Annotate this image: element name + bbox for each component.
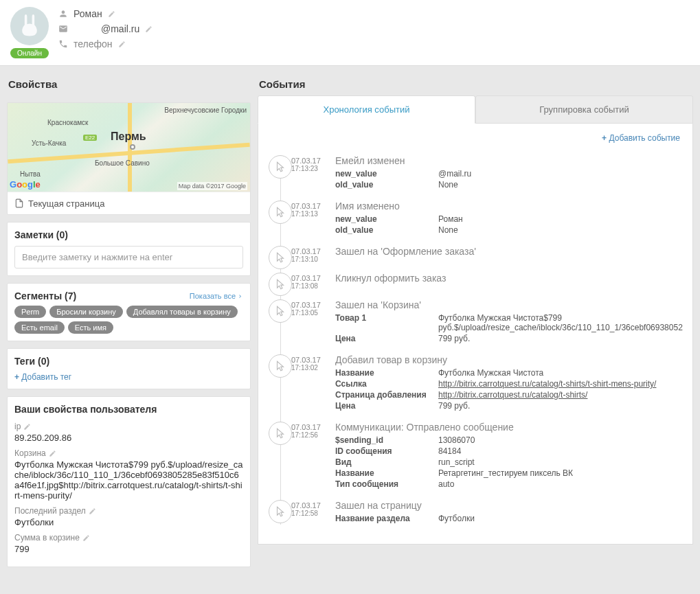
- event-field: Видrun_script: [335, 457, 683, 467]
- user-prop-row: Корзина Футболка Мужская Чистота$799 руб…: [14, 448, 243, 501]
- event-time: 07.03.1717:13:05: [291, 299, 328, 345]
- segment-chip[interactable]: Бросили корзину: [49, 306, 123, 318]
- user-prop-row: Последний раздел Футболки: [14, 506, 243, 527]
- event-icon: [269, 354, 292, 378]
- notes-panel: Заметки (0): [7, 222, 251, 276]
- event-field: Название разделаФутболки: [335, 514, 683, 523]
- event-title: Кликнул оформить заказ: [335, 273, 683, 284]
- event-icon: [269, 246, 292, 269]
- event-field: Тип сообщенияauto: [335, 479, 683, 489]
- event-title: Имя изменено: [335, 201, 683, 212]
- edit-icon[interactable]: [49, 450, 56, 457]
- left-column: Свойства Пермь Краснокамск Усть-Качка Бо…: [7, 73, 251, 567]
- note-input[interactable]: [14, 246, 243, 269]
- event-icon: [269, 500, 292, 523]
- edit-icon[interactable]: [145, 25, 153, 33]
- event-title: Емейл изменен: [335, 155, 683, 166]
- edit-icon[interactable]: [108, 10, 115, 18]
- segment-chip[interactable]: Добавлял товары в корзину: [126, 306, 238, 318]
- events-body: + Добавить событие 07.03.1717:13:23Емейл…: [258, 124, 693, 545]
- mail-icon: [58, 24, 68, 34]
- file-icon: [14, 198, 24, 209]
- event-title: Зашел на страницу: [335, 500, 683, 511]
- chevron-right-icon: [237, 293, 243, 299]
- cursor-icon: [274, 305, 286, 317]
- event-field: new_valueРоман: [335, 214, 683, 224]
- add-tag-button[interactable]: + Добавить тег: [14, 372, 243, 382]
- user-prop-row: Сумма в корзине 799: [14, 533, 243, 554]
- event-field: Товар 1Футболка Мужская Чистота$799 руб.…: [335, 313, 683, 332]
- event-item: 07.03.1717:13:08Кликнул оформить заказ: [291, 273, 683, 290]
- edit-icon[interactable]: [82, 534, 90, 542]
- segment-chips: PermБросили корзинуДобавлял товары в кор…: [14, 306, 243, 334]
- event-field: Цена799 руб.: [335, 401, 683, 411]
- add-event-button[interactable]: + Добавить событие: [264, 133, 683, 143]
- event-field: old_valueNone: [335, 180, 683, 190]
- user-icon: [58, 9, 68, 19]
- segment-chip[interactable]: Есть email: [14, 321, 65, 334]
- edit-icon[interactable]: [23, 423, 31, 431]
- user-props-panel: Ваши свойства пользователя ip 89.250.209…: [7, 396, 251, 567]
- event-icon: [269, 422, 292, 445]
- edit-icon[interactable]: [89, 507, 96, 515]
- event-title: Зашел на 'Оформление заказа': [335, 246, 683, 257]
- event-item: 07.03.1717:13:23Емейл измененnew_value@m…: [291, 155, 683, 191]
- event-time: 07.03.1717:13:13: [291, 201, 328, 236]
- cursor-icon: [274, 278, 286, 290]
- event-time: 07.03.1717:12:58: [291, 500, 328, 525]
- event-icon: [269, 299, 292, 323]
- cursor-icon: [274, 251, 286, 264]
- event-item: 07.03.1717:12:58Зашел на страницуНазвани…: [291, 500, 683, 525]
- event-time: 07.03.1717:13:23: [291, 155, 328, 191]
- cursor-icon: [274, 161, 286, 173]
- map-panel: Пермь Краснокамск Усть-Качка Большое Сав…: [7, 102, 251, 215]
- cursor-icon: [274, 427, 286, 439]
- user-prop-row: ip 89.250.209.86: [14, 422, 243, 443]
- event-field: НазваниеФутболка Мужская Чистота: [335, 368, 683, 378]
- prop-value: 799: [14, 544, 243, 554]
- events-title: События: [258, 73, 693, 95]
- prop-label: Сумма в корзине: [14, 533, 243, 542]
- event-time: 07.03.1717:13:08: [291, 273, 328, 290]
- status-badge: Онлайн: [10, 48, 49, 58]
- segments-panel: Сегменты (7) Показать все PermБросили ко…: [7, 283, 251, 341]
- prop-label: Последний раздел: [14, 506, 243, 516]
- edit-icon[interactable]: [118, 41, 126, 48]
- event-field: new_value@mail.ru: [335, 169, 683, 179]
- event-time: 07.03.1717:12:56: [291, 422, 328, 490]
- avatar[interactable]: [10, 7, 49, 45]
- event-time: 07.03.1717:13:10: [291, 246, 328, 263]
- event-title: Зашел на 'Корзина': [335, 299, 683, 310]
- event-item: 07.03.1717:12:56Коммуникации: Отправлено…: [291, 422, 683, 490]
- cursor-icon: [274, 360, 286, 372]
- event-item: 07.03.1717:13:10Зашел на 'Оформление зак…: [291, 246, 683, 263]
- prop-value: 89.250.209.86: [14, 433, 243, 443]
- user-header: Онлайн Роман @mail.ru телефон: [0, 0, 700, 66]
- event-icon: [269, 201, 292, 224]
- cursor-icon: [274, 505, 286, 518]
- google-logo: Google: [10, 179, 41, 190]
- segment-chip[interactable]: Perm: [14, 306, 46, 318]
- contact-name: Роман: [58, 8, 153, 19]
- prop-value: Футболки: [14, 517, 243, 527]
- avatar-block: Онлайн: [10, 7, 49, 58]
- contact-phone: телефон: [58, 38, 153, 49]
- prop-value: Футболка Мужская Чистота$799 руб.$/uploa…: [14, 459, 243, 501]
- tab-chronology[interactable]: Хронология событий: [258, 95, 475, 124]
- show-all-link[interactable]: Показать все: [190, 292, 243, 300]
- event-field: $sending_id13086070: [335, 435, 683, 445]
- map[interactable]: Пермь Краснокамск Усть-Качка Большое Сав…: [8, 103, 250, 192]
- event-time: 07.03.1717:13:02: [291, 354, 328, 412]
- prop-label: Корзина: [14, 448, 243, 458]
- right-column: События Хронология событий Группировка с…: [258, 73, 693, 567]
- tabs: Хронология событий Группировка событий: [258, 95, 693, 124]
- current-page-link[interactable]: Текущая страница: [8, 192, 250, 214]
- segment-chip[interactable]: Есть имя: [68, 321, 113, 334]
- event-field: Ссылкаhttp://bitrix.carrotquest.ru/catal…: [335, 379, 683, 389]
- tab-grouping[interactable]: Группировка событий: [475, 95, 693, 124]
- timeline: 07.03.1717:13:23Емейл измененnew_value@m…: [264, 155, 683, 525]
- event-field: Цена799 руб.: [335, 334, 683, 343]
- event-icon: [269, 155, 292, 179]
- contact-lines: Роман @mail.ru телефон: [58, 7, 153, 49]
- bunny-icon: [19, 14, 40, 38]
